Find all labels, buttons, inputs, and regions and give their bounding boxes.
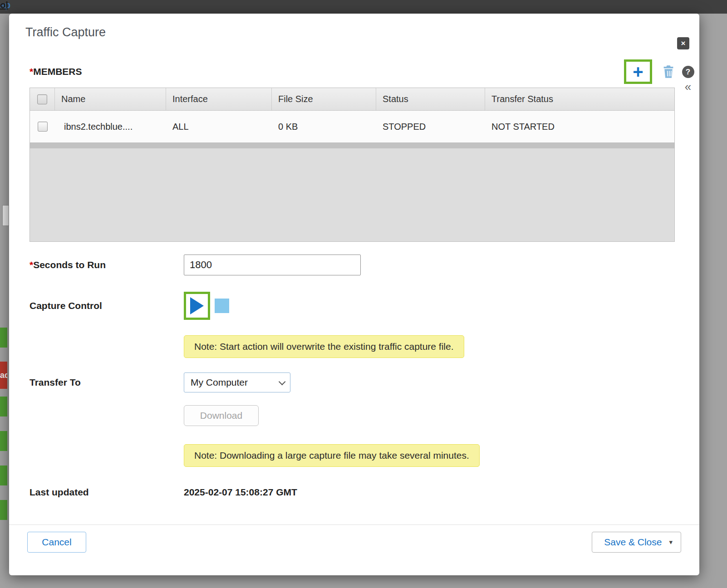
capture-control-label: Capture Control (29, 300, 184, 311)
background-fragment-green (0, 328, 7, 348)
required-asterisk: * (29, 260, 33, 270)
transfer-to-select[interactable]: My Computer (184, 372, 290, 392)
annotation-highlight (184, 292, 210, 320)
background-fragment-green (0, 466, 7, 485)
transfer-to-value: My Computer (191, 377, 248, 388)
help-icon[interactable]: ? (682, 66, 694, 78)
table-header-row: Name Interface File Size Status Transfer… (30, 88, 674, 111)
background-fragment-green (0, 431, 7, 451)
row-cell-name: ibns2.techblue.... (55, 111, 166, 142)
table-empty-area (30, 148, 674, 241)
select-all-checkbox[interactable] (37, 94, 47, 104)
save-and-close-label: Save & Close (604, 537, 662, 548)
header-cell-file-size: File Size (272, 88, 376, 110)
row-cell-interface: ALL (166, 111, 272, 142)
capture-control-row: Capture Control (29, 292, 675, 320)
download-note-row: Note: Downloading a large capture file m… (184, 444, 675, 467)
dialog-header: Traffic Capture × ? « (9, 14, 699, 39)
row-cell-file-size: 0 KB (272, 111, 376, 142)
start-note: Note: Start action will overwrite the ex… (184, 335, 464, 358)
background-fragment-green (0, 500, 7, 520)
start-note-row: Note: Start action will overwrite the ex… (184, 335, 675, 358)
members-header-row: *MEMBERS + (29, 59, 675, 84)
dialog-side-icons: ? « (680, 66, 696, 93)
members-label: *MEMBERS (29, 66, 82, 77)
save-options-caret-icon[interactable]: ▾ (669, 538, 673, 546)
header-cell-checkbox (30, 88, 55, 110)
row-cell-status: STOPPED (376, 111, 485, 142)
download-row: Download (29, 405, 675, 426)
seconds-to-run-input[interactable] (184, 255, 361, 275)
background-fragment-red: ad (0, 362, 7, 389)
transfer-to-row: Transfer To My Computer (29, 372, 675, 392)
seconds-to-run-row: *Seconds to Run (29, 255, 675, 275)
download-button[interactable]: Download (184, 405, 259, 426)
header-cell-status: Status (376, 88, 485, 110)
close-icon[interactable]: × (677, 37, 689, 49)
required-asterisk: * (29, 66, 33, 77)
row-cell-transfer-status: NOT STARTED (485, 111, 674, 142)
save-and-close-button[interactable]: Save & Close ▾ (592, 532, 681, 553)
header-cell-transfer-status: Transfer Status (485, 88, 674, 110)
play-icon[interactable] (190, 297, 204, 314)
background-fragment-text: ol (0, 0, 8, 10)
traffic-capture-dialog: Traffic Capture × ? « *MEMBERS + Name In… (9, 14, 699, 575)
last-updated-label: Last updated (29, 487, 184, 498)
row-checkbox[interactable] (38, 122, 48, 132)
stop-icon[interactable] (215, 299, 229, 313)
add-member-icon[interactable]: + (633, 63, 643, 81)
horizontal-scrollbar[interactable] (30, 142, 674, 148)
cancel-button[interactable]: Cancel (27, 532, 86, 553)
table-row[interactable]: ibns2.techblue.... ALL 0 KB STOPPED NOT … (30, 111, 674, 142)
background-fragment-green (0, 397, 7, 416)
transfer-to-label: Transfer To (29, 377, 184, 388)
download-note: Note: Downloading a large capture file m… (184, 444, 480, 467)
header-cell-interface: Interface (166, 88, 272, 110)
header-cell-name: Name (55, 88, 166, 110)
chevron-down-icon (279, 378, 286, 385)
last-updated-row: Last updated 2025-02-07 15:08:27 GMT (29, 487, 675, 498)
annotation-highlight: + (624, 59, 652, 84)
page-title: Traffic Capture (25, 25, 683, 39)
background-fragment-box (2, 205, 9, 226)
row-cell-checkbox (30, 111, 55, 142)
dialog-footer: Cancel Save & Close ▾ (9, 524, 699, 575)
last-updated-value: 2025-02-07 15:08:27 GMT (184, 487, 297, 498)
delete-member-icon[interactable] (662, 65, 675, 78)
collapse-panel-icon[interactable]: « (680, 81, 696, 93)
members-table: Name Interface File Size Status Transfer… (29, 88, 675, 242)
seconds-to-run-label: *Seconds to Run (29, 260, 184, 270)
background-top-bar (0, 0, 727, 14)
members-actions: + (624, 59, 675, 84)
capture-controls (184, 292, 229, 320)
